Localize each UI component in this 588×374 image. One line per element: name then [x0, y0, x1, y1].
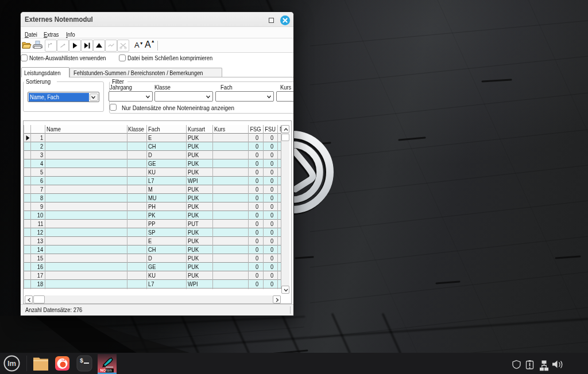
svg-text:$: $	[80, 358, 83, 364]
svg-text:NO: NO	[100, 368, 106, 372]
svg-text:lm: lm	[7, 359, 16, 368]
svg-text:ten: ten	[106, 368, 112, 372]
